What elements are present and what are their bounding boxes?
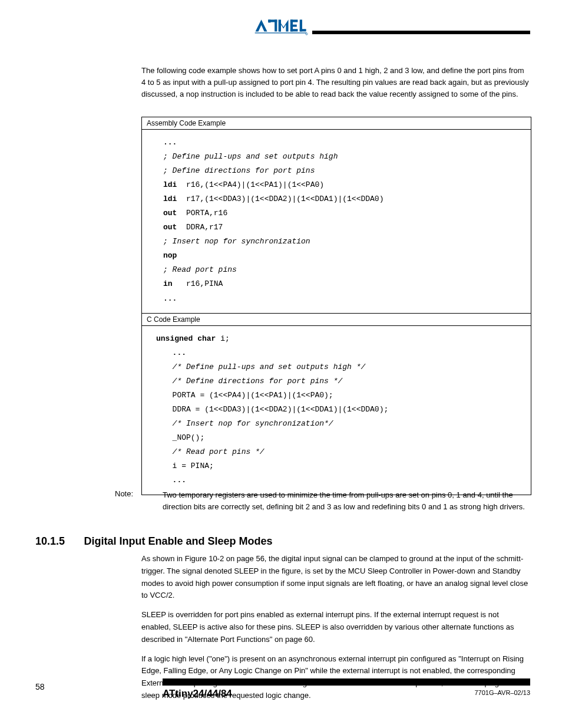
doc-code: 7701G–AVR–02/13 (474, 689, 530, 696)
c-example-header: C Code Example (142, 314, 531, 326)
svg-rect-9 (290, 29, 298, 31)
svg-rect-3 (275, 19, 277, 31)
asm-example-body: ... ; Define pull-ups and set outputs hi… (142, 130, 531, 314)
section-p2: SLEEP is overridden for port pins enable… (141, 609, 530, 645)
section-p1: As shown in Figure 10-2 on page 56, the … (141, 553, 530, 602)
svg-rect-7 (290, 19, 298, 22)
header-rule (312, 31, 530, 34)
note-label: Note: (115, 489, 133, 498)
header-logo-wrap: R (0, 18, 562, 38)
svg-rect-11 (300, 29, 306, 31)
svg-rect-8 (290, 25, 297, 27)
note-body: Two temporary registers are used to mini… (163, 489, 528, 513)
doc-title: ATtiny24/44/84 (163, 688, 232, 700)
svg-text:R: R (306, 34, 308, 35)
asm-code: ... ; Define pull-ups and set outputs hi… (142, 136, 531, 306)
asm-example-header: Assembly Code Example (142, 117, 531, 130)
section-number: 10.1.5 (35, 535, 65, 547)
section-heading: 10.1.5 Digital Input Enable and Sleep Mo… (35, 535, 530, 548)
code-example-box: Assembly Code Example ... ; Define pull-… (141, 117, 531, 495)
c-example-body: unsigned char i; ... /* Define pull-ups … (142, 326, 531, 496)
svg-marker-0 (256, 19, 267, 31)
page-footer: 58 ATtiny24/44/84 7701G–AVR–02/13 (35, 678, 530, 704)
intro-paragraph: The following code example shows how to … (141, 65, 530, 100)
footer-rule (163, 678, 530, 686)
section-title: Digital Input Enable and Sleep Modes (84, 535, 273, 547)
c-code: unsigned char i; ... /* Define pull-ups … (142, 332, 531, 488)
page-number: 58 (35, 682, 45, 691)
atmel-logo: R (254, 18, 308, 38)
